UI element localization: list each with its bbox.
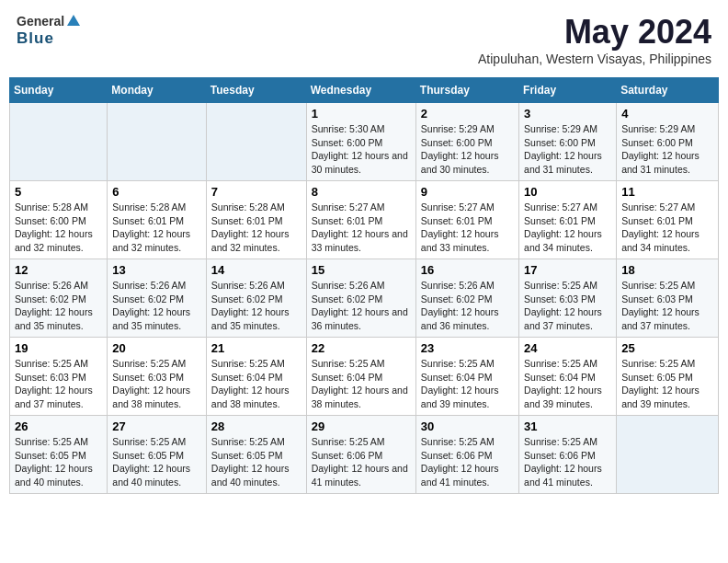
calendar-cell: 25Sunrise: 5:25 AMSunset: 6:05 PMDayligh… <box>617 338 719 416</box>
week-row-3: 19Sunrise: 5:25 AMSunset: 6:03 PMDayligh… <box>10 338 719 416</box>
day-number: 10 <box>524 185 611 199</box>
day-number: 17 <box>524 263 611 277</box>
day-number: 12 <box>15 263 102 277</box>
day-number: 19 <box>15 341 102 355</box>
day-info: Sunrise: 5:25 AMSunset: 6:05 PMDaylight:… <box>621 357 713 411</box>
calendar-table: SundayMondayTuesdayWednesdayThursdayFrid… <box>9 77 719 494</box>
header-sunday: Sunday <box>10 78 108 103</box>
calendar-cell <box>10 103 108 181</box>
day-info: Sunrise: 5:26 AMSunset: 6:02 PMDaylight:… <box>211 279 301 333</box>
day-info: Sunrise: 5:28 AMSunset: 6:00 PMDaylight:… <box>15 201 102 255</box>
day-info: Sunrise: 5:25 AMSunset: 6:05 PMDaylight:… <box>112 435 200 489</box>
day-number: 18 <box>621 263 713 277</box>
day-number: 22 <box>312 341 411 355</box>
calendar-cell: 22Sunrise: 5:25 AMSunset: 6:04 PMDayligh… <box>306 338 415 416</box>
day-number: 16 <box>421 263 514 277</box>
calendar-cell: 23Sunrise: 5:25 AMSunset: 6:04 PMDayligh… <box>415 338 518 416</box>
day-number: 24 <box>524 341 611 355</box>
calendar-cell: 4Sunrise: 5:29 AMSunset: 6:00 PMDaylight… <box>617 103 719 181</box>
day-info: Sunrise: 5:29 AMSunset: 6:00 PMDaylight:… <box>621 122 713 177</box>
calendar-cell: 24Sunrise: 5:25 AMSunset: 6:04 PMDayligh… <box>519 338 617 416</box>
calendar-cell: 28Sunrise: 5:25 AMSunset: 6:05 PMDayligh… <box>206 416 306 494</box>
day-info: Sunrise: 5:26 AMSunset: 6:02 PMDaylight:… <box>312 279 411 333</box>
day-info: Sunrise: 5:25 AMSunset: 6:05 PMDaylight:… <box>15 435 102 489</box>
calendar-cell: 12Sunrise: 5:26 AMSunset: 6:02 PMDayligh… <box>10 259 108 338</box>
calendar-cell: 6Sunrise: 5:28 AMSunset: 6:01 PMDaylight… <box>108 181 206 259</box>
day-number: 7 <box>211 185 301 199</box>
title-area: May 2024 Atipuluhan, Western Visayas, Ph… <box>478 13 711 66</box>
calendar-cell: 10Sunrise: 5:27 AMSunset: 6:01 PMDayligh… <box>519 181 617 259</box>
calendar-cell: 5Sunrise: 5:28 AMSunset: 6:00 PMDaylight… <box>10 181 108 259</box>
calendar-cell: 1Sunrise: 5:30 AMSunset: 6:00 PMDaylight… <box>306 103 415 181</box>
day-number: 11 <box>621 185 713 199</box>
header-wednesday: Wednesday <box>306 78 415 103</box>
calendar-cell <box>108 103 206 181</box>
header-friday: Friday <box>519 78 617 103</box>
day-number: 5 <box>15 185 102 199</box>
calendar-cell: 26Sunrise: 5:25 AMSunset: 6:05 PMDayligh… <box>10 416 108 494</box>
logo-icon <box>65 13 82 29</box>
day-info: Sunrise: 5:25 AMSunset: 6:03 PMDaylight:… <box>621 279 713 333</box>
calendar-cell: 13Sunrise: 5:26 AMSunset: 6:02 PMDayligh… <box>108 259 206 338</box>
day-number: 28 <box>211 419 301 433</box>
calendar-cell: 7Sunrise: 5:28 AMSunset: 6:01 PMDaylight… <box>206 181 306 259</box>
calendar-cell: 30Sunrise: 5:25 AMSunset: 6:06 PMDayligh… <box>415 416 518 494</box>
day-info: Sunrise: 5:25 AMSunset: 6:03 PMDaylight:… <box>112 357 200 411</box>
calendar-title: May 2024 <box>478 13 711 52</box>
day-number: 1 <box>312 107 411 121</box>
day-number: 3 <box>524 107 611 121</box>
day-info: Sunrise: 5:25 AMSunset: 6:04 PMDaylight:… <box>524 357 611 411</box>
day-number: 4 <box>621 107 713 121</box>
day-number: 25 <box>621 341 713 355</box>
day-number: 21 <box>211 341 301 355</box>
day-number: 9 <box>421 185 514 199</box>
day-info: Sunrise: 5:25 AMSunset: 6:04 PMDaylight:… <box>312 357 411 411</box>
calendar-cell: 21Sunrise: 5:25 AMSunset: 6:04 PMDayligh… <box>206 338 306 416</box>
svg-marker-0 <box>67 15 80 26</box>
header-tuesday: Tuesday <box>206 78 306 103</box>
calendar-cell <box>206 103 306 181</box>
day-info: Sunrise: 5:29 AMSunset: 6:00 PMDaylight:… <box>524 122 611 177</box>
day-info: Sunrise: 5:27 AMSunset: 6:01 PMDaylight:… <box>421 201 514 255</box>
calendar-cell: 17Sunrise: 5:25 AMSunset: 6:03 PMDayligh… <box>519 259 617 338</box>
day-info: Sunrise: 5:26 AMSunset: 6:02 PMDaylight:… <box>112 279 200 333</box>
day-info: Sunrise: 5:26 AMSunset: 6:02 PMDaylight:… <box>421 279 514 333</box>
week-row-4: 26Sunrise: 5:25 AMSunset: 6:05 PMDayligh… <box>10 416 719 494</box>
day-number: 30 <box>421 419 514 433</box>
calendar-cell: 29Sunrise: 5:25 AMSunset: 6:06 PMDayligh… <box>306 416 415 494</box>
logo-blue: Blue <box>17 29 82 48</box>
day-info: Sunrise: 5:25 AMSunset: 6:06 PMDaylight:… <box>524 435 611 489</box>
day-number: 23 <box>421 341 514 355</box>
calendar-cell: 11Sunrise: 5:27 AMSunset: 6:01 PMDayligh… <box>617 181 719 259</box>
calendar-cell: 8Sunrise: 5:27 AMSunset: 6:01 PMDaylight… <box>306 181 415 259</box>
header-thursday: Thursday <box>415 78 518 103</box>
day-info: Sunrise: 5:25 AMSunset: 6:05 PMDaylight:… <box>211 435 301 489</box>
page-header: General Blue May 2024 Atipuluhan, Wester… <box>9 9 719 70</box>
day-number: 27 <box>112 419 200 433</box>
day-info: Sunrise: 5:25 AMSunset: 6:06 PMDaylight:… <box>421 435 514 489</box>
day-number: 6 <box>112 185 200 199</box>
header-monday: Monday <box>108 78 206 103</box>
day-info: Sunrise: 5:28 AMSunset: 6:01 PMDaylight:… <box>211 201 301 255</box>
day-info: Sunrise: 5:28 AMSunset: 6:01 PMDaylight:… <box>112 201 200 255</box>
day-number: 29 <box>312 419 411 433</box>
calendar-cell: 31Sunrise: 5:25 AMSunset: 6:06 PMDayligh… <box>519 416 617 494</box>
week-row-2: 12Sunrise: 5:26 AMSunset: 6:02 PMDayligh… <box>10 259 719 338</box>
calendar-cell: 20Sunrise: 5:25 AMSunset: 6:03 PMDayligh… <box>108 338 206 416</box>
calendar-cell: 3Sunrise: 5:29 AMSunset: 6:00 PMDaylight… <box>519 103 617 181</box>
logo: General Blue <box>17 13 82 48</box>
day-info: Sunrise: 5:25 AMSunset: 6:04 PMDaylight:… <box>421 357 514 411</box>
day-number: 13 <box>112 263 200 277</box>
day-info: Sunrise: 5:25 AMSunset: 6:03 PMDaylight:… <box>524 279 611 333</box>
calendar-cell: 27Sunrise: 5:25 AMSunset: 6:05 PMDayligh… <box>108 416 206 494</box>
calendar-cell: 2Sunrise: 5:29 AMSunset: 6:00 PMDaylight… <box>415 103 518 181</box>
day-number: 14 <box>211 263 301 277</box>
week-row-0: 1Sunrise: 5:30 AMSunset: 6:00 PMDaylight… <box>10 103 719 181</box>
calendar-cell <box>617 416 719 494</box>
day-info: Sunrise: 5:29 AMSunset: 6:00 PMDaylight:… <box>421 122 514 177</box>
calendar-cell: 16Sunrise: 5:26 AMSunset: 6:02 PMDayligh… <box>415 259 518 338</box>
day-info: Sunrise: 5:27 AMSunset: 6:01 PMDaylight:… <box>312 201 411 255</box>
day-number: 2 <box>421 107 514 121</box>
day-info: Sunrise: 5:30 AMSunset: 6:00 PMDaylight:… <box>312 122 411 177</box>
day-info: Sunrise: 5:25 AMSunset: 6:04 PMDaylight:… <box>211 357 301 411</box>
